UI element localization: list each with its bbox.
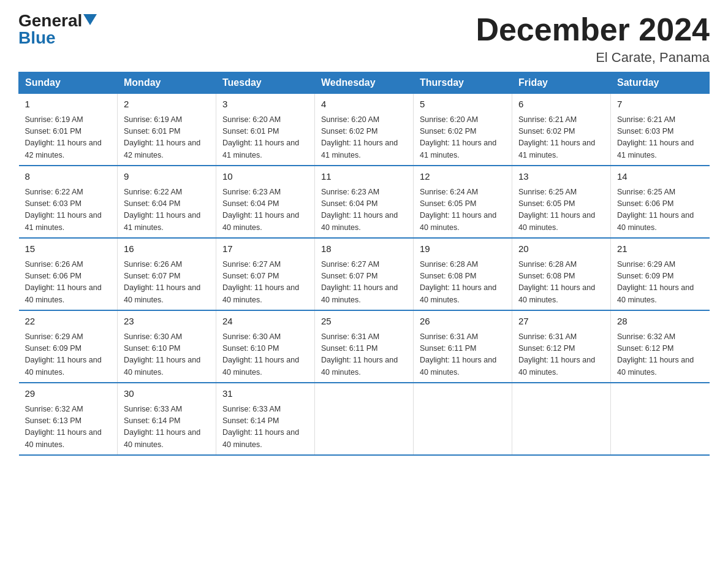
- day-info: Sunrise: 6:23 AM Sunset: 6:04 PM Dayligh…: [321, 186, 407, 234]
- calendar-header: Sunday Monday Tuesday Wednesday Thursday…: [19, 72, 710, 94]
- day-number: 10: [222, 170, 308, 184]
- day-info: Sunrise: 6:30 AM Sunset: 6:10 PM Dayligh…: [124, 331, 210, 379]
- col-thursday: Thursday: [414, 72, 512, 94]
- col-sunday: Sunday: [19, 72, 118, 94]
- col-wednesday: Wednesday: [315, 72, 414, 94]
- day-number: 27: [518, 315, 604, 329]
- day-cell: 26 Sunrise: 6:31 AM Sunset: 6:11 PM Dayl…: [414, 310, 512, 383]
- day-info: Sunrise: 6:27 AM Sunset: 6:07 PM Dayligh…: [321, 259, 407, 307]
- day-number: 21: [617, 242, 703, 256]
- day-cell: 6 Sunrise: 6:21 AM Sunset: 6:02 PM Dayli…: [512, 94, 611, 166]
- svg-marker-0: [83, 14, 97, 25]
- day-cell: [414, 383, 512, 455]
- day-cell: 23 Sunrise: 6:30 AM Sunset: 6:10 PM Dayl…: [118, 310, 216, 383]
- day-number: 18: [321, 242, 407, 256]
- day-info: Sunrise: 6:19 AM Sunset: 6:01 PM Dayligh…: [25, 114, 112, 162]
- day-number: 19: [420, 242, 506, 256]
- day-number: 23: [124, 315, 210, 329]
- logo: General Blue: [18, 12, 97, 47]
- day-number: 8: [25, 170, 112, 184]
- week-row-4: 22 Sunrise: 6:29 AM Sunset: 6:09 PM Dayl…: [19, 310, 710, 383]
- day-info: Sunrise: 6:23 AM Sunset: 6:04 PM Dayligh…: [222, 186, 308, 234]
- day-cell: 13 Sunrise: 6:25 AM Sunset: 6:05 PM Dayl…: [512, 166, 611, 238]
- day-number: 31: [222, 387, 308, 401]
- logo-triangle-icon: [83, 14, 97, 28]
- day-info: Sunrise: 6:20 AM Sunset: 6:02 PM Dayligh…: [321, 114, 407, 162]
- week-row-2: 8 Sunrise: 6:22 AM Sunset: 6:03 PM Dayli…: [19, 166, 710, 238]
- day-cell: 28 Sunrise: 6:32 AM Sunset: 6:12 PM Dayl…: [611, 310, 710, 383]
- day-number: 25: [321, 315, 407, 329]
- day-info: Sunrise: 6:26 AM Sunset: 6:06 PM Dayligh…: [25, 259, 112, 307]
- day-cell: 5 Sunrise: 6:20 AM Sunset: 6:02 PM Dayli…: [414, 94, 512, 166]
- day-cell: 17 Sunrise: 6:27 AM Sunset: 6:07 PM Dayl…: [216, 238, 315, 310]
- day-cell: 3 Sunrise: 6:20 AM Sunset: 6:01 PM Dayli…: [216, 94, 315, 166]
- day-number: 6: [518, 98, 604, 112]
- day-info: Sunrise: 6:21 AM Sunset: 6:02 PM Dayligh…: [518, 114, 604, 162]
- day-cell: 22 Sunrise: 6:29 AM Sunset: 6:09 PM Dayl…: [19, 310, 118, 383]
- day-number: 24: [222, 315, 308, 329]
- day-cell: 7 Sunrise: 6:21 AM Sunset: 6:03 PM Dayli…: [611, 94, 710, 166]
- col-monday: Monday: [118, 72, 216, 94]
- day-cell: 10 Sunrise: 6:23 AM Sunset: 6:04 PM Dayl…: [216, 166, 315, 238]
- day-cell: 14 Sunrise: 6:25 AM Sunset: 6:06 PM Dayl…: [611, 166, 710, 238]
- day-number: 26: [420, 315, 506, 329]
- day-info: Sunrise: 6:25 AM Sunset: 6:05 PM Dayligh…: [518, 186, 604, 234]
- day-number: 17: [222, 242, 308, 256]
- day-info: Sunrise: 6:27 AM Sunset: 6:07 PM Dayligh…: [222, 259, 308, 307]
- day-number: 13: [518, 170, 604, 184]
- day-info: Sunrise: 6:31 AM Sunset: 6:11 PM Dayligh…: [321, 331, 407, 379]
- day-info: Sunrise: 6:30 AM Sunset: 6:10 PM Dayligh…: [222, 331, 308, 379]
- day-info: Sunrise: 6:20 AM Sunset: 6:02 PM Dayligh…: [420, 114, 506, 162]
- day-cell: [611, 383, 710, 455]
- day-number: 15: [25, 242, 112, 256]
- day-cell: 30 Sunrise: 6:33 AM Sunset: 6:14 PM Dayl…: [118, 383, 216, 455]
- day-info: Sunrise: 6:29 AM Sunset: 6:09 PM Dayligh…: [25, 331, 112, 379]
- day-number: 5: [420, 98, 506, 112]
- col-tuesday: Tuesday: [216, 72, 315, 94]
- day-number: 9: [124, 170, 210, 184]
- header-row: Sunday Monday Tuesday Wednesday Thursday…: [19, 72, 710, 94]
- day-info: Sunrise: 6:26 AM Sunset: 6:07 PM Dayligh…: [124, 259, 210, 307]
- day-cell: 25 Sunrise: 6:31 AM Sunset: 6:11 PM Dayl…: [315, 310, 414, 383]
- day-number: 29: [25, 387, 112, 401]
- logo-general-text: General: [18, 12, 82, 29]
- day-cell: 20 Sunrise: 6:28 AM Sunset: 6:08 PM Dayl…: [512, 238, 611, 310]
- week-row-1: 1 Sunrise: 6:19 AM Sunset: 6:01 PM Dayli…: [19, 94, 710, 166]
- page-header: General Blue December 2024 El Carate, Pa…: [18, 12, 710, 66]
- day-info: Sunrise: 6:21 AM Sunset: 6:03 PM Dayligh…: [617, 114, 703, 162]
- day-number: 12: [420, 170, 506, 184]
- day-number: 7: [617, 98, 703, 112]
- day-cell: 2 Sunrise: 6:19 AM Sunset: 6:01 PM Dayli…: [118, 94, 216, 166]
- day-cell: 24 Sunrise: 6:30 AM Sunset: 6:10 PM Dayl…: [216, 310, 315, 383]
- col-friday: Friday: [512, 72, 611, 94]
- day-cell: 21 Sunrise: 6:29 AM Sunset: 6:09 PM Dayl…: [611, 238, 710, 310]
- location-text: El Carate, Panama: [476, 50, 710, 66]
- week-row-5: 29 Sunrise: 6:32 AM Sunset: 6:13 PM Dayl…: [19, 383, 710, 455]
- day-cell: 8 Sunrise: 6:22 AM Sunset: 6:03 PM Dayli…: [19, 166, 118, 238]
- calendar-table: Sunday Monday Tuesday Wednesday Thursday…: [18, 72, 710, 456]
- day-info: Sunrise: 6:22 AM Sunset: 6:03 PM Dayligh…: [25, 186, 112, 234]
- week-row-3: 15 Sunrise: 6:26 AM Sunset: 6:06 PM Dayl…: [19, 238, 710, 310]
- day-cell: 15 Sunrise: 6:26 AM Sunset: 6:06 PM Dayl…: [19, 238, 118, 310]
- day-cell: 11 Sunrise: 6:23 AM Sunset: 6:04 PM Dayl…: [315, 166, 414, 238]
- day-cell: 18 Sunrise: 6:27 AM Sunset: 6:07 PM Dayl…: [315, 238, 414, 310]
- day-cell: 19 Sunrise: 6:28 AM Sunset: 6:08 PM Dayl…: [414, 238, 512, 310]
- day-number: 3: [222, 98, 308, 112]
- day-cell: 9 Sunrise: 6:22 AM Sunset: 6:04 PM Dayli…: [118, 166, 216, 238]
- day-info: Sunrise: 6:33 AM Sunset: 6:14 PM Dayligh…: [124, 404, 210, 451]
- day-info: Sunrise: 6:29 AM Sunset: 6:09 PM Dayligh…: [617, 259, 703, 307]
- day-cell: 4 Sunrise: 6:20 AM Sunset: 6:02 PM Dayli…: [315, 94, 414, 166]
- day-number: 2: [124, 98, 210, 112]
- day-number: 14: [617, 170, 703, 184]
- day-number: 16: [124, 242, 210, 256]
- day-info: Sunrise: 6:24 AM Sunset: 6:05 PM Dayligh…: [420, 186, 506, 234]
- day-cell: 27 Sunrise: 6:31 AM Sunset: 6:12 PM Dayl…: [512, 310, 611, 383]
- day-info: Sunrise: 6:19 AM Sunset: 6:01 PM Dayligh…: [124, 114, 210, 162]
- day-number: 1: [25, 98, 112, 112]
- logo-blue-text: Blue: [18, 28, 56, 47]
- calendar-body: 1 Sunrise: 6:19 AM Sunset: 6:01 PM Dayli…: [19, 94, 710, 456]
- day-cell: 12 Sunrise: 6:24 AM Sunset: 6:05 PM Dayl…: [414, 166, 512, 238]
- day-cell: 1 Sunrise: 6:19 AM Sunset: 6:01 PM Dayli…: [19, 94, 118, 166]
- day-number: 11: [321, 170, 407, 184]
- day-number: 22: [25, 315, 112, 329]
